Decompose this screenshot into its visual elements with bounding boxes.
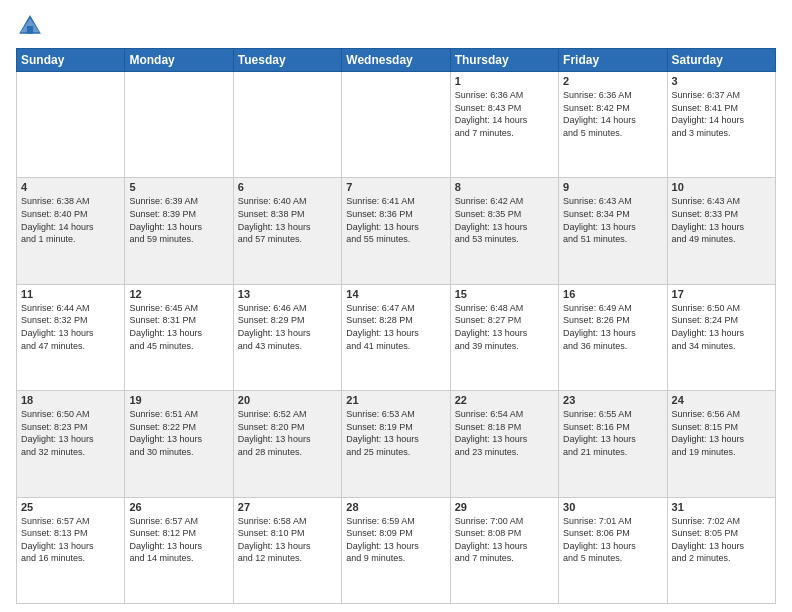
calendar-week-row: 4Sunrise: 6:38 AMSunset: 8:40 PMDaylight… (17, 178, 776, 284)
calendar-cell (233, 72, 341, 178)
day-number: 15 (455, 288, 554, 300)
calendar-cell: 29Sunrise: 7:00 AMSunset: 8:08 PMDayligh… (450, 497, 558, 603)
calendar-cell (17, 72, 125, 178)
calendar-week-row: 11Sunrise: 6:44 AMSunset: 8:32 PMDayligh… (17, 284, 776, 390)
calendar-cell: 28Sunrise: 6:59 AMSunset: 8:09 PMDayligh… (342, 497, 450, 603)
day-number: 16 (563, 288, 662, 300)
day-info: Sunrise: 6:47 AMSunset: 8:28 PMDaylight:… (346, 302, 445, 352)
calendar-cell: 13Sunrise: 6:46 AMSunset: 8:29 PMDayligh… (233, 284, 341, 390)
day-info: Sunrise: 6:37 AMSunset: 8:41 PMDaylight:… (672, 89, 771, 139)
day-number: 1 (455, 75, 554, 87)
calendar-day-header: Monday (125, 49, 233, 72)
day-number: 19 (129, 394, 228, 406)
day-number: 22 (455, 394, 554, 406)
calendar-cell: 26Sunrise: 6:57 AMSunset: 8:12 PMDayligh… (125, 497, 233, 603)
day-number: 25 (21, 501, 120, 513)
calendar-cell: 16Sunrise: 6:49 AMSunset: 8:26 PMDayligh… (559, 284, 667, 390)
day-number: 6 (238, 181, 337, 193)
day-info: Sunrise: 6:50 AMSunset: 8:23 PMDaylight:… (21, 408, 120, 458)
calendar-day-header: Wednesday (342, 49, 450, 72)
day-info: Sunrise: 7:00 AMSunset: 8:08 PMDaylight:… (455, 515, 554, 565)
header (16, 12, 776, 40)
calendar-cell: 17Sunrise: 6:50 AMSunset: 8:24 PMDayligh… (667, 284, 775, 390)
day-number: 3 (672, 75, 771, 87)
calendar-cell: 5Sunrise: 6:39 AMSunset: 8:39 PMDaylight… (125, 178, 233, 284)
calendar-cell: 30Sunrise: 7:01 AMSunset: 8:06 PMDayligh… (559, 497, 667, 603)
day-info: Sunrise: 6:42 AMSunset: 8:35 PMDaylight:… (455, 195, 554, 245)
calendar-day-header: Thursday (450, 49, 558, 72)
day-info: Sunrise: 6:54 AMSunset: 8:18 PMDaylight:… (455, 408, 554, 458)
calendar-cell (342, 72, 450, 178)
day-info: Sunrise: 6:45 AMSunset: 8:31 PMDaylight:… (129, 302, 228, 352)
day-info: Sunrise: 6:58 AMSunset: 8:10 PMDaylight:… (238, 515, 337, 565)
day-number: 17 (672, 288, 771, 300)
day-info: Sunrise: 6:41 AMSunset: 8:36 PMDaylight:… (346, 195, 445, 245)
day-info: Sunrise: 6:53 AMSunset: 8:19 PMDaylight:… (346, 408, 445, 458)
day-number: 28 (346, 501, 445, 513)
day-number: 21 (346, 394, 445, 406)
calendar-day-header: Sunday (17, 49, 125, 72)
day-number: 14 (346, 288, 445, 300)
day-info: Sunrise: 6:51 AMSunset: 8:22 PMDaylight:… (129, 408, 228, 458)
calendar-cell: 25Sunrise: 6:57 AMSunset: 8:13 PMDayligh… (17, 497, 125, 603)
day-number: 8 (455, 181, 554, 193)
day-info: Sunrise: 6:59 AMSunset: 8:09 PMDaylight:… (346, 515, 445, 565)
svg-rect-2 (27, 26, 33, 34)
day-number: 13 (238, 288, 337, 300)
day-info: Sunrise: 6:55 AMSunset: 8:16 PMDaylight:… (563, 408, 662, 458)
calendar-table: SundayMondayTuesdayWednesdayThursdayFrid… (16, 48, 776, 604)
logo-icon (16, 12, 44, 40)
day-info: Sunrise: 6:39 AMSunset: 8:39 PMDaylight:… (129, 195, 228, 245)
calendar-cell: 24Sunrise: 6:56 AMSunset: 8:15 PMDayligh… (667, 391, 775, 497)
logo (16, 12, 48, 40)
day-number: 18 (21, 394, 120, 406)
day-number: 5 (129, 181, 228, 193)
calendar-cell: 6Sunrise: 6:40 AMSunset: 8:38 PMDaylight… (233, 178, 341, 284)
calendar-day-header: Saturday (667, 49, 775, 72)
calendar-cell: 22Sunrise: 6:54 AMSunset: 8:18 PMDayligh… (450, 391, 558, 497)
day-number: 24 (672, 394, 771, 406)
calendar-week-row: 25Sunrise: 6:57 AMSunset: 8:13 PMDayligh… (17, 497, 776, 603)
day-number: 9 (563, 181, 662, 193)
calendar-header-row: SundayMondayTuesdayWednesdayThursdayFrid… (17, 49, 776, 72)
day-number: 2 (563, 75, 662, 87)
day-info: Sunrise: 6:57 AMSunset: 8:12 PMDaylight:… (129, 515, 228, 565)
calendar-cell: 8Sunrise: 6:42 AMSunset: 8:35 PMDaylight… (450, 178, 558, 284)
calendar-cell: 3Sunrise: 6:37 AMSunset: 8:41 PMDaylight… (667, 72, 775, 178)
calendar-day-header: Tuesday (233, 49, 341, 72)
day-info: Sunrise: 6:46 AMSunset: 8:29 PMDaylight:… (238, 302, 337, 352)
day-info: Sunrise: 6:36 AMSunset: 8:43 PMDaylight:… (455, 89, 554, 139)
calendar-cell: 7Sunrise: 6:41 AMSunset: 8:36 PMDaylight… (342, 178, 450, 284)
calendar-cell: 31Sunrise: 7:02 AMSunset: 8:05 PMDayligh… (667, 497, 775, 603)
day-number: 26 (129, 501, 228, 513)
calendar-cell: 23Sunrise: 6:55 AMSunset: 8:16 PMDayligh… (559, 391, 667, 497)
calendar-cell: 21Sunrise: 6:53 AMSunset: 8:19 PMDayligh… (342, 391, 450, 497)
calendar-cell: 9Sunrise: 6:43 AMSunset: 8:34 PMDaylight… (559, 178, 667, 284)
day-info: Sunrise: 6:38 AMSunset: 8:40 PMDaylight:… (21, 195, 120, 245)
calendar-cell: 20Sunrise: 6:52 AMSunset: 8:20 PMDayligh… (233, 391, 341, 497)
page: SundayMondayTuesdayWednesdayThursdayFrid… (0, 0, 792, 612)
calendar-cell: 2Sunrise: 6:36 AMSunset: 8:42 PMDaylight… (559, 72, 667, 178)
calendar-cell: 15Sunrise: 6:48 AMSunset: 8:27 PMDayligh… (450, 284, 558, 390)
day-info: Sunrise: 6:44 AMSunset: 8:32 PMDaylight:… (21, 302, 120, 352)
day-number: 29 (455, 501, 554, 513)
day-number: 12 (129, 288, 228, 300)
day-info: Sunrise: 6:49 AMSunset: 8:26 PMDaylight:… (563, 302, 662, 352)
day-number: 10 (672, 181, 771, 193)
day-info: Sunrise: 6:43 AMSunset: 8:34 PMDaylight:… (563, 195, 662, 245)
calendar-cell (125, 72, 233, 178)
day-number: 11 (21, 288, 120, 300)
day-info: Sunrise: 6:57 AMSunset: 8:13 PMDaylight:… (21, 515, 120, 565)
day-info: Sunrise: 7:02 AMSunset: 8:05 PMDaylight:… (672, 515, 771, 565)
calendar-day-header: Friday (559, 49, 667, 72)
calendar-week-row: 1Sunrise: 6:36 AMSunset: 8:43 PMDaylight… (17, 72, 776, 178)
day-info: Sunrise: 6:48 AMSunset: 8:27 PMDaylight:… (455, 302, 554, 352)
day-number: 20 (238, 394, 337, 406)
calendar-week-row: 18Sunrise: 6:50 AMSunset: 8:23 PMDayligh… (17, 391, 776, 497)
day-info: Sunrise: 6:36 AMSunset: 8:42 PMDaylight:… (563, 89, 662, 139)
day-number: 30 (563, 501, 662, 513)
day-info: Sunrise: 6:52 AMSunset: 8:20 PMDaylight:… (238, 408, 337, 458)
calendar-cell: 27Sunrise: 6:58 AMSunset: 8:10 PMDayligh… (233, 497, 341, 603)
calendar-cell: 4Sunrise: 6:38 AMSunset: 8:40 PMDaylight… (17, 178, 125, 284)
calendar-cell: 12Sunrise: 6:45 AMSunset: 8:31 PMDayligh… (125, 284, 233, 390)
